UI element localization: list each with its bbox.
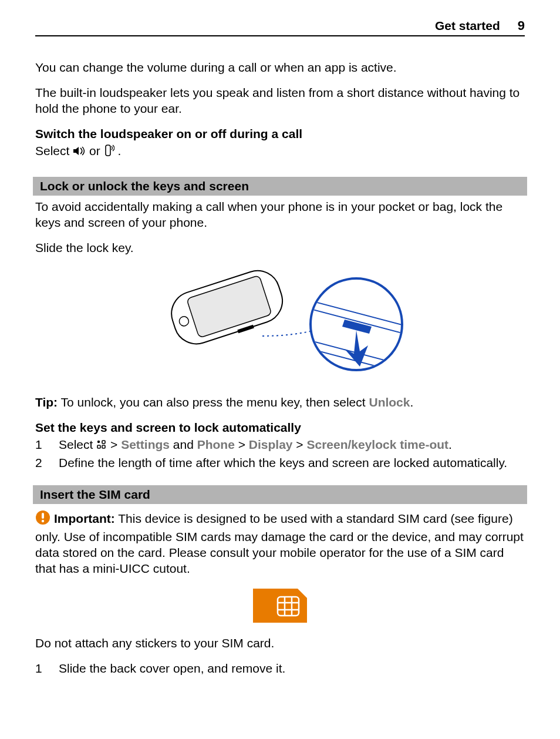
sim-card-figure [251, 586, 309, 625]
steps-sim: 1 Slide the back cover open, and remove … [35, 661, 525, 677]
step-body: Select > Settings and Phone > Display > … [59, 437, 525, 454]
page-container: Get started 9 You can change the volume … [0, 0, 560, 701]
list-item: 1 Select > Settings and Phone > Display … [35, 437, 525, 454]
step-number: 2 [35, 455, 59, 471]
list-item: 1 Slide the back cover open, and remove … [35, 661, 525, 677]
paragraph-slide-lock-key: Slide the lock key. [35, 240, 525, 256]
step1-prefix: Select [59, 438, 96, 451]
select-line: Select or . [35, 143, 525, 160]
section-bar-lock: Lock or unlock the keys and screen [33, 177, 527, 196]
tip-unlock-word: Unlock [369, 395, 410, 409]
svg-rect-14 [102, 445, 105, 448]
svg-rect-0 [106, 145, 110, 156]
heading-switch-loudspeaker: Switch the loudspeaker on or off during … [35, 126, 525, 142]
menu-grid-icon [96, 438, 107, 454]
paragraph-lock-avoid: To avoid accidentally making a call when… [35, 199, 525, 231]
paragraph-loudspeaker: The built-in loudspeaker lets you speak … [35, 85, 525, 117]
section-bar-sim: Insert the SIM card [33, 485, 527, 505]
list-item: 2 Define the length of time after which … [35, 455, 525, 471]
heading-auto-lock: Set the keys and screen to lock automati… [35, 420, 525, 436]
step1-gt3: > [293, 438, 307, 451]
select-text-or: or [89, 144, 104, 157]
step-number: 1 [35, 661, 59, 677]
step1-settings: Settings [121, 438, 170, 451]
handset-icon [104, 145, 114, 160]
step-body: Slide the back cover open, and remove it… [59, 661, 525, 677]
page-header: Get started 9 [35, 18, 525, 36]
svg-point-11 [97, 441, 100, 443]
select-text-prefix: Select [35, 144, 73, 157]
tip-body-after: . [410, 395, 413, 409]
header-page-number: 9 [518, 18, 525, 34]
select-text-suffix: . [117, 144, 121, 157]
step1-gt1: > [107, 438, 121, 451]
step-number: 1 [35, 437, 59, 454]
svg-rect-13 [97, 445, 100, 448]
tip-label: Tip: [35, 395, 58, 409]
speaker-on-icon [73, 145, 86, 160]
tip-body-before: To unlock, you can also press the menu k… [58, 395, 369, 409]
phone-lock-key-figure [145, 266, 415, 383]
step1-gt2: > [235, 438, 249, 451]
important-label: Important: [54, 512, 115, 525]
header-title: Get started [435, 18, 500, 34]
step-body: Define the length of time after which th… [59, 455, 525, 471]
step1-phone: Phone [197, 438, 235, 451]
paragraph-no-stickers: Do not attach any stickers to your SIM c… [35, 636, 525, 651]
paragraph-volume: You can change the volume during a call … [35, 60, 525, 76]
step1-and: and [170, 438, 197, 451]
step1-timeout: Screen/keylock time-out [306, 438, 448, 451]
svg-rect-12 [102, 441, 105, 444]
step1-suffix: . [448, 438, 452, 451]
steps-auto-lock: 1 Select > Settings and Phone > Display … [35, 437, 525, 471]
svg-rect-2 [187, 276, 272, 338]
important-paragraph: Important: This device is designed to be… [35, 510, 525, 577]
step1-display: Display [249, 438, 293, 451]
svg-point-17 [42, 520, 44, 522]
svg-rect-16 [42, 513, 44, 519]
tip-unlock: Tip: To unlock, you can also press the m… [35, 395, 525, 411]
warning-icon [35, 510, 50, 529]
